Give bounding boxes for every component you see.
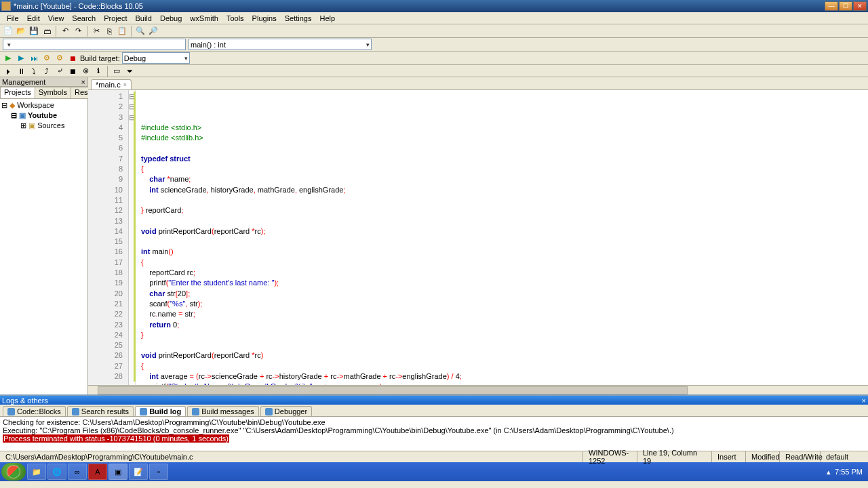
menu-debug[interactable]: Debug bbox=[156, 14, 186, 22]
menu-tools[interactable]: Tools bbox=[222, 14, 248, 22]
file-tab-main[interactable]: *main.c × bbox=[91, 79, 132, 89]
build-target-combo[interactable]: Debug bbox=[122, 52, 190, 64]
code-line[interactable] bbox=[141, 216, 868, 226]
new-icon[interactable]: 📄 bbox=[3, 26, 14, 37]
dbg9-icon[interactable]: ▭ bbox=[111, 66, 122, 77]
tab-projects[interactable]: Projects bbox=[0, 87, 35, 98]
log-tab-buildlog[interactable]: Build log bbox=[135, 406, 186, 416]
copy-icon[interactable]: ⎘ bbox=[104, 26, 115, 37]
tab-symbols[interactable]: Symbols bbox=[35, 87, 71, 98]
code-line[interactable]: int average = (rc->scienceGrade + rc->hi… bbox=[141, 371, 868, 382]
open-icon[interactable]: 📂 bbox=[16, 26, 26, 37]
code-editor[interactable]: 1234567891011121314151617181920212223242… bbox=[88, 89, 868, 385]
dbg10-icon[interactable]: ⏷ bbox=[124, 66, 135, 77]
scrollbar-thumb[interactable] bbox=[98, 386, 688, 394]
code-line[interactable]: char str[20]; bbox=[141, 289, 868, 299]
code-line[interactable]: return 0; bbox=[141, 320, 868, 330]
save-icon[interactable]: 💾 bbox=[28, 26, 39, 37]
minimize-button[interactable]: — bbox=[825, 1, 838, 11]
maximize-button[interactable]: ☐ bbox=[839, 1, 852, 11]
menu-help[interactable]: Help bbox=[315, 14, 339, 22]
replace-icon[interactable]: 🔎 bbox=[148, 26, 159, 37]
stop-icon[interactable]: ⏹ bbox=[67, 53, 78, 64]
code-line[interactable] bbox=[141, 195, 868, 205]
code-line[interactable]: reportCard rc; bbox=[141, 268, 868, 278]
step-icon[interactable]: ⏭ bbox=[28, 53, 39, 64]
dbg7-icon[interactable]: ⊗ bbox=[80, 66, 91, 77]
menu-plugins[interactable]: Plugins bbox=[248, 14, 281, 22]
dbg4-icon[interactable]: ⤴ bbox=[41, 66, 52, 77]
code-line[interactable]: void printReportCard(reportCard *rc); bbox=[141, 226, 868, 237]
code-content[interactable]: #include <stdio.h>#include <stdlib.h> ty… bbox=[136, 90, 868, 385]
menu-file[interactable]: File bbox=[3, 14, 23, 22]
code-line[interactable]: { bbox=[141, 258, 868, 268]
log-tab-buildmessages[interactable]: Build messages bbox=[187, 406, 259, 416]
tree-project[interactable]: ⊟ ▣ Youtube bbox=[1, 110, 86, 121]
menu-project[interactable]: Project bbox=[100, 14, 131, 22]
code-line[interactable]: { bbox=[141, 164, 868, 174]
menu-settings[interactable]: Settings bbox=[281, 14, 316, 22]
code-line[interactable]: #include <stdlib.h> bbox=[141, 133, 868, 143]
saveall-icon[interactable]: 🗃 bbox=[41, 26, 52, 37]
start-button[interactable] bbox=[1, 463, 26, 481]
log-tab-debugger[interactable]: Debugger bbox=[260, 406, 312, 416]
rebuild-icon[interactable]: ⚙ bbox=[54, 53, 65, 64]
undo-icon[interactable]: ↶ bbox=[60, 26, 71, 37]
dbg3-icon[interactable]: ⤵ bbox=[28, 66, 39, 77]
code-line[interactable] bbox=[141, 237, 868, 247]
menu-view[interactable]: View bbox=[44, 14, 68, 22]
code-line[interactable]: int scienceGrade, historyGrade, mathGrad… bbox=[141, 185, 868, 195]
dbg1-icon[interactable]: ⏵ bbox=[3, 66, 14, 77]
build-icon[interactable]: ⚙ bbox=[41, 53, 52, 64]
build-run-icon[interactable]: ▶ bbox=[16, 53, 26, 64]
code-line[interactable]: printf("Enter the student's last name: "… bbox=[141, 278, 868, 288]
scope-combo[interactable] bbox=[3, 39, 186, 50]
task-chrome[interactable]: 🌐 bbox=[47, 464, 66, 480]
paste-icon[interactable]: 📋 bbox=[117, 26, 127, 37]
logs-close-icon[interactable]: × bbox=[862, 396, 866, 405]
code-line[interactable]: void printReportCard(reportCard *rc) bbox=[141, 350, 868, 361]
menu-wxsmith[interactable]: wxSmith bbox=[186, 14, 222, 22]
task-app3[interactable]: 📝 bbox=[129, 464, 148, 480]
code-line[interactable]: int main() bbox=[141, 247, 868, 257]
function-combo[interactable]: main() : int bbox=[189, 39, 372, 50]
code-line[interactable]: char *name; bbox=[141, 174, 868, 184]
run-icon[interactable]: ▶ bbox=[3, 53, 14, 64]
task-explorer[interactable]: 📁 bbox=[27, 464, 46, 480]
horizontal-scrollbar[interactable] bbox=[88, 385, 868, 394]
code-line[interactable] bbox=[141, 340, 868, 350]
code-line[interactable]: #include <stdio.h> bbox=[141, 123, 868, 133]
tree-sources[interactable]: ⊞ ▣ Sources bbox=[1, 121, 86, 131]
find-icon[interactable]: 🔍 bbox=[135, 26, 146, 37]
menu-build[interactable]: Build bbox=[131, 14, 155, 22]
build-log-content[interactable]: Checking for existence: C:\Users\Adam\De… bbox=[0, 417, 868, 451]
cut-icon[interactable]: ✂ bbox=[91, 26, 102, 37]
dbg2-icon[interactable]: ⏸ bbox=[16, 66, 26, 77]
task-app1[interactable]: ∞ bbox=[68, 464, 87, 480]
code-line[interactable]: rc.name = str; bbox=[141, 309, 868, 319]
redo-icon[interactable]: ↷ bbox=[73, 26, 83, 37]
task-pdf[interactable]: A bbox=[88, 464, 107, 480]
log-tab-searchresults[interactable]: Search results bbox=[67, 406, 134, 416]
tree-workspace[interactable]: ⊟ ◆ Workspace bbox=[1, 100, 86, 110]
dbg6-icon[interactable]: ⏹ bbox=[67, 66, 78, 77]
log-tab-codeblocks[interactable]: Code::Blocks bbox=[3, 406, 66, 416]
code-line[interactable] bbox=[141, 143, 868, 153]
task-codeblocks[interactable]: ▣ bbox=[108, 464, 127, 480]
tray-arrow-icon[interactable]: ▴ bbox=[827, 468, 831, 476]
menu-search[interactable]: Search bbox=[68, 14, 100, 22]
code-line[interactable]: } bbox=[141, 330, 868, 340]
project-tree[interactable]: ⊟ ◆ Workspace ⊟ ▣ Youtube ⊞ ▣ Sources bbox=[0, 99, 87, 394]
task-app4[interactable]: ▫ bbox=[149, 464, 168, 480]
system-tray[interactable]: ▴ 7:55 PM bbox=[823, 468, 867, 476]
code-line[interactable]: scanf("%s", str); bbox=[141, 299, 868, 309]
menu-edit[interactable]: Edit bbox=[23, 14, 44, 22]
close-button[interactable]: ✕ bbox=[853, 1, 867, 11]
panel-close-icon[interactable]: × bbox=[81, 78, 85, 86]
code-line[interactable]: { bbox=[141, 361, 868, 371]
file-tab-close-icon[interactable]: × bbox=[123, 81, 127, 88]
code-line[interactable]: typedef struct bbox=[141, 154, 868, 164]
code-line[interactable]: } reportCard; bbox=[141, 205, 868, 216]
dbg5-icon[interactable]: ⤶ bbox=[54, 66, 65, 77]
dbg8-icon[interactable]: ℹ bbox=[93, 66, 104, 77]
